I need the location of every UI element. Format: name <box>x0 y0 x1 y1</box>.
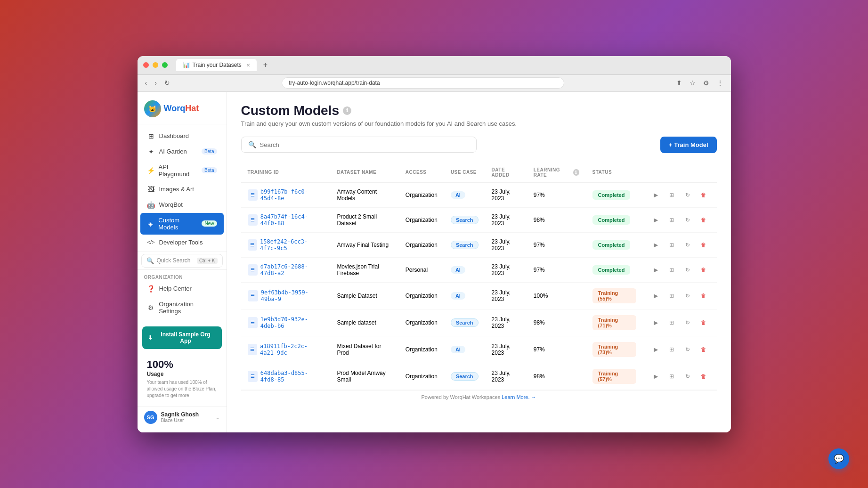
view-action-icon[interactable]: ⊞ <box>665 239 678 251</box>
quick-search[interactable]: 🔍 Quick Search Ctrl + K <box>141 254 223 268</box>
sidebar-item-org-settings[interactable]: ⚙ Organization Settings <box>140 297 224 318</box>
view-action-icon[interactable]: ⊞ <box>665 290 678 302</box>
browser-window: 📊 Train your Datasets ✕ + ‹ › ↻ try-auto… <box>138 56 731 432</box>
tab-close-icon[interactable]: ✕ <box>246 63 250 68</box>
view-action-icon[interactable]: ⊞ <box>665 343 678 356</box>
cell-use-case: Search <box>444 232 485 257</box>
sidebar-item-dashboard[interactable]: ⊞ Dashboard <box>140 129 224 144</box>
play-action-icon[interactable]: ▶ <box>649 214 662 226</box>
training-id-icon: ☰ <box>248 239 257 251</box>
sidebar-item-help-center[interactable]: ❓ Help Center <box>140 281 224 296</box>
search-input[interactable] <box>260 141 470 148</box>
install-sample-org-app-button[interactable]: ⬇ Install Sample Org App <box>142 326 222 349</box>
use-case-badge: Search <box>451 241 479 249</box>
col-dataset-name: DATASET NAME <box>330 163 398 183</box>
cell-training-id: ☰ 1e9b3d70-932e-4deb-b6 <box>241 309 331 336</box>
refresh-action-icon[interactable]: ↻ <box>681 214 694 226</box>
close-button[interactable] <box>143 62 149 68</box>
cell-actions: ▶ ⊞ ↻ 🗑 <box>643 336 716 363</box>
play-action-icon[interactable]: ▶ <box>649 239 662 251</box>
play-action-icon[interactable]: ▶ <box>649 317 662 329</box>
lr-info-icon: ℹ <box>573 169 579 176</box>
cell-use-case: Search <box>444 363 485 390</box>
reload-button[interactable]: ↻ <box>162 78 172 88</box>
address-text: try-auto-login.worqhat.app/train-data <box>289 80 380 86</box>
delete-action-icon[interactable]: 🗑 <box>698 370 710 382</box>
developer-tools-icon: </> <box>147 239 155 245</box>
forward-button[interactable]: › <box>153 78 159 88</box>
delete-action-icon[interactable]: 🗑 <box>698 189 710 201</box>
use-case-badge: Search <box>451 318 479 327</box>
search-icon: 🔍 <box>146 257 154 264</box>
extensions-icon[interactable]: ⚙ <box>701 78 711 88</box>
maximize-button[interactable] <box>162 62 168 68</box>
sidebar-item-custom-models[interactable]: ◈ Custom Models New <box>140 213 224 235</box>
view-action-icon[interactable]: ⊞ <box>665 189 678 201</box>
view-action-icon[interactable]: ⊞ <box>665 264 678 276</box>
cell-actions: ▶ ⊞ ↻ 🗑 <box>643 309 716 336</box>
play-action-icon[interactable]: ▶ <box>649 370 662 382</box>
share-icon[interactable]: ⬆ <box>674 78 684 88</box>
refresh-action-icon[interactable]: ↻ <box>681 189 694 201</box>
main-content: Custom Models ℹ Train and query your own… <box>227 92 731 432</box>
logo-brand-text: WorqHat <box>164 104 199 114</box>
play-action-icon[interactable]: ▶ <box>649 343 662 356</box>
minimize-button[interactable] <box>153 62 158 68</box>
install-btn-label: Install Sample Org App <box>155 331 216 344</box>
info-icon[interactable]: ℹ <box>343 106 351 115</box>
delete-action-icon[interactable]: 🗑 <box>698 290 710 302</box>
delete-action-icon[interactable]: 🗑 <box>698 317 710 329</box>
play-action-icon[interactable]: ▶ <box>649 189 662 201</box>
avatar: SG <box>144 411 157 424</box>
sidebar-item-api-playground[interactable]: ⚡ API Playground Beta <box>140 160 224 181</box>
play-action-icon[interactable]: ▶ <box>649 264 662 276</box>
cell-training-id: ☰ 158ef242-6cc3-4f7c-9c5 <box>241 232 331 257</box>
view-action-icon[interactable]: ⊞ <box>665 214 678 226</box>
refresh-action-icon[interactable]: ↻ <box>681 370 694 382</box>
cell-dataset-name: Prod Model Amway Small <box>330 363 398 390</box>
refresh-action-icon[interactable]: ↻ <box>681 264 694 276</box>
footer-learn-more-link[interactable]: Learn More. → <box>502 394 536 400</box>
sidebar-item-ai-garden[interactable]: ✦ AI Garden Beta <box>140 144 224 159</box>
view-action-icon[interactable]: ⊞ <box>665 370 678 382</box>
delete-action-icon[interactable]: 🗑 <box>698 343 710 356</box>
table-row: ☰ d7ab17c6-2688-47d8-a2 Movies.json Tria… <box>241 257 717 282</box>
training-id-icon: ☰ <box>248 290 258 301</box>
cell-status: Completed <box>586 257 643 282</box>
page-header: Custom Models ℹ Train and query your own… <box>241 103 717 127</box>
cell-learning-rate: 97% <box>527 232 586 257</box>
cell-access: Organization <box>399 336 444 363</box>
cell-status: Training (57)% <box>586 363 643 390</box>
user-area[interactable]: SG Sagnik Ghosh Blaze User ⌄ <box>138 407 227 428</box>
back-button[interactable]: ‹ <box>143 78 149 88</box>
refresh-action-icon[interactable]: ↻ <box>681 317 694 329</box>
bookmark-icon[interactable]: ☆ <box>688 78 698 88</box>
play-action-icon[interactable]: ▶ <box>649 290 662 302</box>
address-input[interactable]: try-auto-login.worqhat.app/train-data <box>282 77 564 89</box>
browser-tab[interactable]: 📊 Train your Datasets ✕ <box>176 59 257 71</box>
ai-garden-icon: ✦ <box>147 148 155 155</box>
train-btn-label: + Train Model <box>669 141 708 148</box>
sidebar-item-developer-tools[interactable]: </> Developer Tools <box>140 235 224 250</box>
status-badge: Training (55)% <box>592 288 637 303</box>
chat-fab-button[interactable]: 💬 <box>828 448 849 469</box>
delete-action-icon[interactable]: 🗑 <box>698 239 710 251</box>
delete-action-icon[interactable]: 🗑 <box>698 214 710 226</box>
page-title: Custom Models ℹ <box>241 103 717 118</box>
cell-dataset-name: Sample dataset <box>330 309 398 336</box>
new-tab-button[interactable]: + <box>263 61 268 69</box>
sidebar-item-images-art[interactable]: 🖼 Images & Art <box>140 182 224 197</box>
menu-icon[interactable]: ⋮ <box>715 78 725 88</box>
view-action-icon[interactable]: ⊞ <box>665 317 678 329</box>
delete-action-icon[interactable]: 🗑 <box>698 264 710 276</box>
refresh-action-icon[interactable]: ↻ <box>681 290 694 302</box>
training-id-value: b99f167b-f6c0-45d4-8e <box>260 188 324 202</box>
training-id-icon: ☰ <box>248 371 258 382</box>
refresh-action-icon[interactable]: ↻ <box>681 239 694 251</box>
usage-block: 100% Usage Your team has used 100% of al… <box>142 355 222 403</box>
status-badge: Training (71)% <box>592 315 637 330</box>
sidebar-item-worqbot[interactable]: 🤖 WorqBot <box>140 197 224 212</box>
refresh-action-icon[interactable]: ↻ <box>681 343 694 356</box>
train-model-button[interactable]: + Train Model <box>660 137 716 153</box>
status-badge: Completed <box>592 265 631 275</box>
